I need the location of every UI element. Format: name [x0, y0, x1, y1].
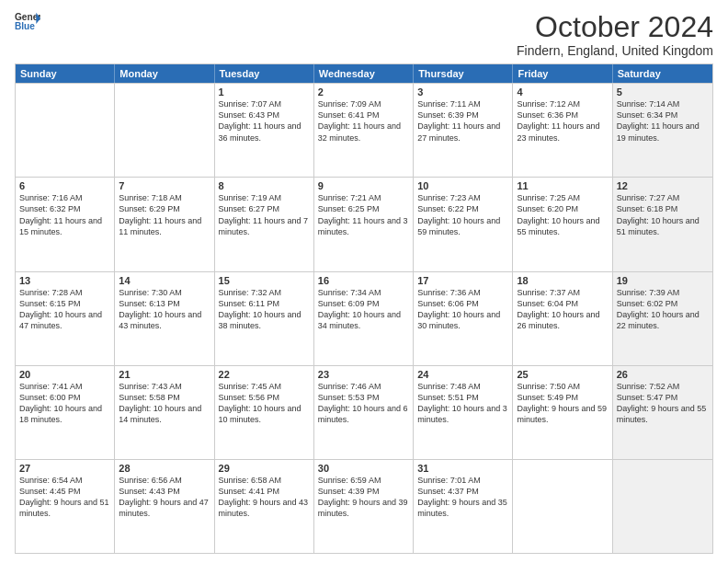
day-number: 17 — [417, 275, 508, 286]
cell-content: Sunrise: 7:48 AM Sunset: 5:51 PM Dayligh… — [417, 381, 508, 426]
day-number: 24 — [417, 369, 508, 380]
header: General Blue October 2024 Findern, Engla… — [15, 11, 713, 58]
cal-cell: 23Sunrise: 7:46 AM Sunset: 5:53 PM Dayli… — [314, 366, 414, 459]
cal-cell: 11Sunrise: 7:25 AM Sunset: 6:20 PM Dayli… — [513, 178, 612, 270]
calendar-body: 1Sunrise: 7:07 AM Sunset: 6:43 PM Daylig… — [16, 83, 712, 553]
calendar-header: SundayMondayTuesdayWednesdayThursdayFrid… — [16, 64, 712, 83]
cal-cell: 9Sunrise: 7:21 AM Sunset: 6:25 PM Daylig… — [314, 178, 414, 270]
logo-icon: General Blue — [15, 11, 40, 31]
cell-content: Sunrise: 6:59 AM Sunset: 4:39 PM Dayligh… — [318, 475, 409, 520]
cal-cell: 25Sunrise: 7:50 AM Sunset: 5:49 PM Dayli… — [513, 366, 612, 459]
cal-cell: 2Sunrise: 7:09 AM Sunset: 6:41 PM Daylig… — [314, 84, 414, 177]
cal-cell: 16Sunrise: 7:34 AM Sunset: 6:09 PM Dayli… — [314, 272, 414, 365]
day-number: 22 — [219, 369, 310, 380]
header-day-thursday: Thursday — [414, 64, 513, 83]
cell-content: Sunrise: 6:54 AM Sunset: 4:45 PM Dayligh… — [19, 475, 110, 520]
calendar: SundayMondayTuesdayWednesdayThursdayFrid… — [15, 63, 713, 554]
cell-content: Sunrise: 7:16 AM Sunset: 6:32 PM Dayligh… — [19, 192, 110, 237]
cal-cell: 8Sunrise: 7:19 AM Sunset: 6:27 PM Daylig… — [215, 178, 314, 270]
title-block: October 2024 Findern, England, United Ki… — [517, 11, 713, 58]
cell-content: Sunrise: 7:28 AM Sunset: 6:15 PM Dayligh… — [19, 287, 110, 332]
cal-cell: 1Sunrise: 7:07 AM Sunset: 6:43 PM Daylig… — [215, 84, 314, 177]
cell-content: Sunrise: 6:58 AM Sunset: 4:41 PM Dayligh… — [219, 475, 310, 520]
day-number: 21 — [119, 369, 210, 380]
day-number: 14 — [119, 275, 210, 286]
day-number: 9 — [318, 180, 409, 191]
cal-cell — [613, 460, 712, 553]
cal-cell: 19Sunrise: 7:39 AM Sunset: 6:02 PM Dayli… — [613, 272, 712, 365]
day-number: 7 — [119, 180, 210, 191]
day-number: 29 — [219, 463, 310, 474]
cell-content: Sunrise: 7:43 AM Sunset: 5:58 PM Dayligh… — [119, 381, 210, 426]
cal-cell: 30Sunrise: 6:59 AM Sunset: 4:39 PM Dayli… — [314, 460, 414, 553]
cell-content: Sunrise: 7:18 AM Sunset: 6:29 PM Dayligh… — [119, 192, 210, 237]
cell-content: Sunrise: 7:45 AM Sunset: 5:56 PM Dayligh… — [219, 381, 310, 426]
cal-cell: 20Sunrise: 7:41 AM Sunset: 6:00 PM Dayli… — [16, 366, 115, 459]
cal-cell — [115, 84, 214, 177]
day-number: 4 — [517, 86, 608, 98]
cell-content: Sunrise: 7:41 AM Sunset: 6:00 PM Dayligh… — [19, 381, 110, 426]
day-number: 30 — [318, 463, 409, 474]
header-day-sunday: Sunday — [16, 64, 115, 83]
cell-content: Sunrise: 7:07 AM Sunset: 6:43 PM Dayligh… — [219, 98, 310, 144]
header-day-tuesday: Tuesday — [215, 64, 314, 83]
cell-content: Sunrise: 7:34 AM Sunset: 6:09 PM Dayligh… — [318, 287, 409, 332]
cal-cell: 17Sunrise: 7:36 AM Sunset: 6:06 PM Dayli… — [414, 272, 513, 365]
day-number: 28 — [119, 463, 210, 474]
cal-cell: 5Sunrise: 7:14 AM Sunset: 6:34 PM Daylig… — [613, 84, 712, 177]
cell-content: Sunrise: 7:11 AM Sunset: 6:39 PM Dayligh… — [417, 98, 508, 144]
cal-cell: 21Sunrise: 7:43 AM Sunset: 5:58 PM Dayli… — [115, 366, 214, 459]
day-number: 1 — [219, 86, 310, 98]
calendar-row-4: 27Sunrise: 6:54 AM Sunset: 4:45 PM Dayli… — [16, 459, 712, 553]
cal-cell: 15Sunrise: 7:32 AM Sunset: 6:11 PM Dayli… — [215, 272, 314, 365]
location: Findern, England, United Kingdom — [517, 43, 713, 58]
header-day-wednesday: Wednesday — [314, 64, 414, 83]
day-number: 12 — [617, 180, 709, 191]
calendar-row-2: 13Sunrise: 7:28 AM Sunset: 6:15 PM Dayli… — [16, 271, 712, 365]
cell-content: Sunrise: 7:19 AM Sunset: 6:27 PM Dayligh… — [219, 192, 310, 237]
day-number: 6 — [19, 180, 110, 191]
cell-content: Sunrise: 7:23 AM Sunset: 6:22 PM Dayligh… — [417, 192, 508, 237]
cal-cell: 7Sunrise: 7:18 AM Sunset: 6:29 PM Daylig… — [115, 178, 214, 270]
cal-cell: 24Sunrise: 7:48 AM Sunset: 5:51 PM Dayli… — [414, 366, 513, 459]
day-number: 16 — [318, 275, 409, 286]
day-number: 13 — [19, 275, 110, 286]
day-number: 25 — [517, 369, 608, 380]
cell-content: Sunrise: 7:01 AM Sunset: 4:37 PM Dayligh… — [417, 475, 508, 520]
cal-cell: 29Sunrise: 6:58 AM Sunset: 4:41 PM Dayli… — [215, 460, 314, 553]
cell-content: Sunrise: 7:27 AM Sunset: 6:18 PM Dayligh… — [617, 192, 709, 237]
cal-cell: 22Sunrise: 7:45 AM Sunset: 5:56 PM Dayli… — [215, 366, 314, 459]
day-number: 11 — [517, 180, 608, 191]
cell-content: Sunrise: 7:39 AM Sunset: 6:02 PM Dayligh… — [617, 287, 709, 332]
cell-content: Sunrise: 7:12 AM Sunset: 6:36 PM Dayligh… — [517, 98, 608, 144]
cell-content: Sunrise: 7:36 AM Sunset: 6:06 PM Dayligh… — [417, 287, 508, 332]
cell-content: Sunrise: 7:14 AM Sunset: 6:34 PM Dayligh… — [617, 98, 709, 144]
month-title: October 2024 — [517, 11, 713, 43]
cell-content: Sunrise: 7:09 AM Sunset: 6:41 PM Dayligh… — [318, 98, 409, 144]
cal-cell: 31Sunrise: 7:01 AM Sunset: 4:37 PM Dayli… — [414, 460, 513, 553]
day-number: 10 — [417, 180, 508, 191]
header-day-saturday: Saturday — [613, 64, 712, 83]
cell-content: Sunrise: 7:46 AM Sunset: 5:53 PM Dayligh… — [318, 381, 409, 426]
cal-cell — [513, 460, 612, 553]
cal-cell: 18Sunrise: 7:37 AM Sunset: 6:04 PM Dayli… — [513, 272, 612, 365]
header-day-monday: Monday — [115, 64, 214, 83]
header-day-friday: Friday — [513, 64, 612, 83]
day-number: 8 — [219, 180, 310, 191]
cal-cell: 28Sunrise: 6:56 AM Sunset: 4:43 PM Dayli… — [115, 460, 214, 553]
day-number: 26 — [617, 369, 709, 380]
day-number: 3 — [417, 86, 508, 98]
day-number: 18 — [517, 275, 608, 286]
cell-content: Sunrise: 7:37 AM Sunset: 6:04 PM Dayligh… — [517, 287, 608, 332]
logo: General Blue — [15, 11, 40, 31]
cal-cell: 6Sunrise: 7:16 AM Sunset: 6:32 PM Daylig… — [16, 178, 115, 270]
day-number: 20 — [19, 369, 110, 380]
calendar-row-0: 1Sunrise: 7:07 AM Sunset: 6:43 PM Daylig… — [16, 83, 712, 177]
day-number: 27 — [19, 463, 110, 474]
cal-cell: 3Sunrise: 7:11 AM Sunset: 6:39 PM Daylig… — [414, 84, 513, 177]
calendar-row-1: 6Sunrise: 7:16 AM Sunset: 6:32 PM Daylig… — [16, 177, 712, 270]
svg-text:Blue: Blue — [15, 21, 35, 31]
cell-content: Sunrise: 6:56 AM Sunset: 4:43 PM Dayligh… — [119, 475, 210, 520]
cal-cell: 13Sunrise: 7:28 AM Sunset: 6:15 PM Dayli… — [16, 272, 115, 365]
cell-content: Sunrise: 7:30 AM Sunset: 6:13 PM Dayligh… — [119, 287, 210, 332]
